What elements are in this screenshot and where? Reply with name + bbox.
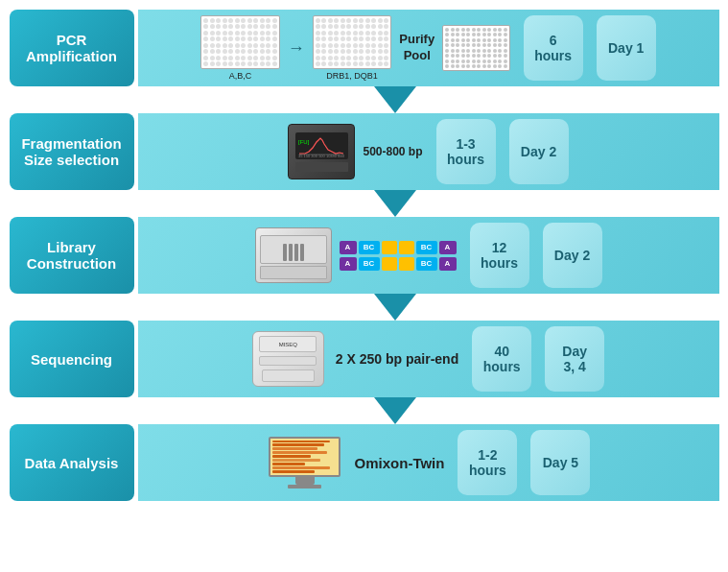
- arrow-3: [10, 294, 719, 321]
- data-line-3: [272, 447, 317, 450]
- step-label-seq: Sequencing: [10, 321, 134, 397]
- instrument-base: [295, 162, 348, 172]
- step-content-seq: MISEQ 2 X 250 bp pair-end 40 hours Day 3…: [138, 321, 719, 397]
- time-frag: 1-3 hours: [436, 119, 496, 184]
- seg-a4: A: [439, 257, 457, 271]
- step-content-frag: [FU] 35 150 300 500 10380 [bp] 500-800 b…: [138, 113, 719, 190]
- step-row-seq: Sequencing MISEQ 2 X 250 bp pair-end: [10, 321, 719, 397]
- data-line-2: [272, 443, 324, 446]
- plate-grid-2: for(let i=0;i<96;i++) document.write('<d…: [313, 15, 392, 70]
- seg-bc2: BC: [416, 241, 437, 254]
- seq-screen-text: MISEQ: [279, 342, 297, 347]
- needle-2: [289, 244, 293, 261]
- plate-label-2: DRB1, DQB1: [326, 71, 378, 81]
- needle-4: [300, 244, 304, 261]
- data-visual: Omixon-Twin: [267, 437, 445, 489]
- time-lib: 12 hours: [470, 223, 529, 288]
- seg-y1: [382, 241, 397, 254]
- handler-body: [260, 235, 327, 264]
- liquid-handler-icon: [255, 227, 332, 283]
- seg-bc1: BC: [359, 241, 380, 254]
- data-line-6: [272, 459, 320, 462]
- handler-plate: [260, 266, 327, 279]
- day-seq: Day 3, 4: [545, 326, 604, 392]
- data-line-8: [272, 466, 330, 469]
- purify-pool-label: Purify Pool: [399, 32, 434, 64]
- step-content-lib: A BC BC A A BC BC: [138, 217, 719, 294]
- plate-abc: for(let i=0;i<96;i++) document.write('<d…: [200, 15, 280, 82]
- plate-grid-3: for(let i=0;i<96;i++) document.write('<d…: [442, 25, 510, 72]
- day-data: Day 5: [530, 430, 590, 495]
- sequencer-icon: MISEQ: [252, 331, 324, 387]
- monitor-screen: [269, 437, 341, 477]
- step-row-data: Data Analysis: [10, 424, 719, 501]
- step-content-data: Omixon-Twin 1-2 hours Day 5: [138, 424, 719, 501]
- lib-row-2: A BC BC A: [340, 257, 457, 271]
- arrow-down-2: [374, 190, 416, 217]
- step-row-lib: Library Construction: [10, 217, 719, 294]
- library-diagram: A BC BC A A BC BC: [340, 241, 457, 271]
- arrow-down-3: [374, 294, 416, 321]
- monitor-stand: [295, 477, 315, 485]
- seg-bc3: BC: [359, 257, 380, 271]
- arrow-4: [10, 397, 719, 424]
- seq-body: [262, 369, 315, 382]
- plate-grid-1: for(let i=0;i<96;i++) document.write('<d…: [200, 15, 280, 70]
- seq-slot: [259, 356, 317, 366]
- needle-1: [283, 244, 287, 261]
- time-seq: 40 hours: [472, 326, 531, 392]
- bp-range-label: 500-800 bp: [363, 145, 422, 158]
- seq-description: 2 X 250 bp pair-end: [336, 351, 458, 367]
- step-row-frag: Fragmentation Size selection [FU] 35 150…: [10, 113, 719, 190]
- step-label-pcr: PCR Amplification: [10, 10, 134, 86]
- time-pcr: 6 hours: [524, 15, 583, 81]
- day-frag: Day 2: [509, 119, 569, 184]
- seg-bc4: BC: [416, 257, 437, 271]
- workflow-diagram: PCR Amplification for(let i=0;i<96;i++) …: [10, 10, 719, 501]
- data-line-7: [272, 463, 305, 465]
- step-content-pcr: for(let i=0;i<96;i++) document.write('<d…: [138, 10, 719, 86]
- plate-drb1: for(let i=0;i<96;i++) document.write('<d…: [313, 15, 392, 82]
- seg-a3: A: [340, 257, 357, 271]
- needle-3: [294, 244, 298, 261]
- bioanalyzer-icon: [FU] 35 150 300 500 10380 [bp]: [288, 124, 355, 179]
- software-label: Omixon-Twin: [355, 455, 445, 471]
- frag-visual: [FU] 35 150 300 500 10380 [bp] 500-800 b…: [288, 124, 422, 179]
- lib-visual: A BC BC A A BC BC: [255, 227, 457, 283]
- svg-text:35 150 300 500 10380 [bp]: 35 150 300 500 10380 [bp]: [298, 154, 344, 157]
- data-line-9: [272, 470, 315, 473]
- seq-screen: MISEQ: [259, 336, 317, 352]
- svg-text:[FU]: [FU]: [298, 139, 310, 145]
- monitor-base: [288, 485, 321, 489]
- data-line-5: [272, 455, 311, 458]
- seg-a1: A: [340, 241, 357, 254]
- data-line-4: [272, 451, 327, 454]
- arrow-2: [10, 190, 719, 217]
- seg-y3: [382, 257, 397, 271]
- seg-a2: A: [439, 241, 457, 254]
- monitor-icon: [267, 437, 343, 489]
- seg-y2: [399, 241, 414, 254]
- arrow-down-1: [374, 86, 416, 113]
- plate-pool: for(let i=0;i<96;i++) document.write('<d…: [442, 25, 510, 72]
- instrument-screen: [FU] 35 150 300 500 10380 [bp]: [295, 132, 348, 159]
- seq-visual: MISEQ 2 X 250 bp pair-end: [252, 331, 458, 387]
- day-lib: Day 2: [543, 223, 602, 288]
- time-data: 1-2 hours: [458, 430, 517, 495]
- frag-chart-svg: [FU] 35 150 300 500 10380 [bp]: [297, 134, 345, 157]
- step-label-lib: Library Construction: [10, 217, 134, 294]
- data-line-1: [272, 441, 330, 443]
- plate-label-1: A,B,C: [229, 71, 252, 81]
- arrow-down-4: [374, 397, 416, 424]
- step-label-frag: Fragmentation Size selection: [10, 113, 134, 190]
- lib-row-1: A BC BC A: [340, 241, 457, 254]
- step-row-pcr: PCR Amplification for(let i=0;i<96;i++) …: [10, 10, 719, 86]
- step-label-data: Data Analysis: [10, 424, 134, 501]
- arrow-right-1: →: [288, 38, 305, 59]
- pcr-plates: for(let i=0;i<96;i++) document.write('<d…: [200, 15, 509, 82]
- seg-y4: [399, 257, 414, 271]
- arrow-1: [10, 86, 719, 113]
- day-pcr: Day 1: [597, 15, 656, 81]
